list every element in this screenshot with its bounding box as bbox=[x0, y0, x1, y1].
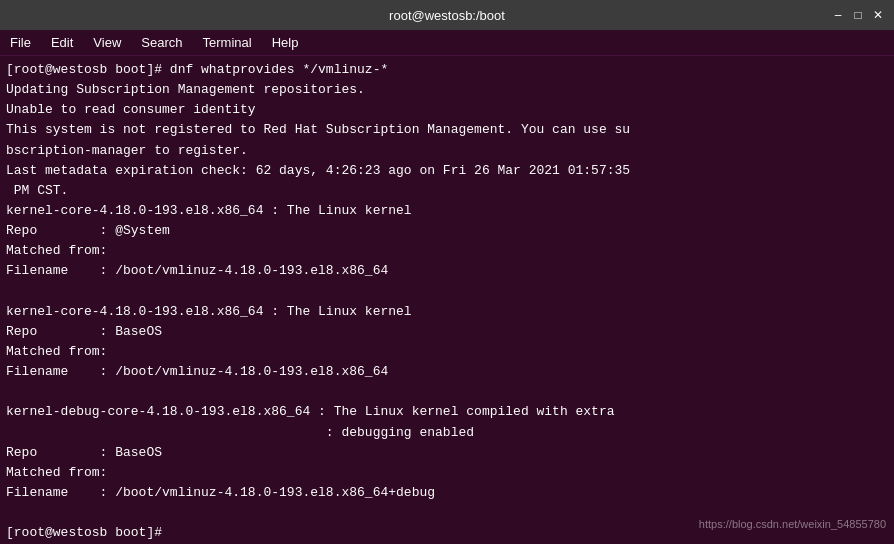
menu-terminal[interactable]: Terminal bbox=[199, 33, 256, 52]
menu-file[interactable]: File bbox=[6, 33, 35, 52]
menu-bar: File Edit View Search Terminal Help bbox=[0, 30, 894, 56]
title-bar: root@westosb:/boot – □ ✕ bbox=[0, 0, 894, 30]
terminal-window: root@westosb:/boot – □ ✕ File Edit View … bbox=[0, 0, 894, 544]
maximize-button[interactable]: □ bbox=[850, 7, 866, 23]
menu-search[interactable]: Search bbox=[137, 33, 186, 52]
menu-help[interactable]: Help bbox=[268, 33, 303, 52]
menu-edit[interactable]: Edit bbox=[47, 33, 77, 52]
close-button[interactable]: ✕ bbox=[870, 7, 886, 23]
menu-view[interactable]: View bbox=[89, 33, 125, 52]
minimize-button[interactable]: – bbox=[830, 7, 846, 23]
window-title: root@westosb:/boot bbox=[389, 8, 505, 23]
window-controls: – □ ✕ bbox=[830, 7, 886, 23]
terminal-output[interactable]: [root@westosb boot]# dnf whatprovides */… bbox=[0, 56, 894, 544]
